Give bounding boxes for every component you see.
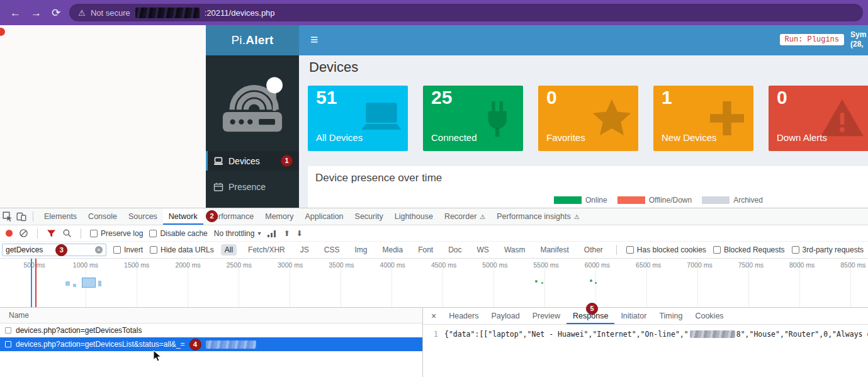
filter-icon[interactable] (47, 229, 56, 238)
clear-filter-icon[interactable]: × (95, 246, 103, 254)
request-list-header[interactable]: Name (0, 308, 422, 324)
not-secure-label: Not secure (91, 8, 130, 18)
devtools-tab-sources[interactable]: Sources (123, 208, 163, 225)
stat-value: 0 (777, 87, 787, 108)
logo-text-light: Pi. (231, 33, 245, 47)
checkbox-icon (90, 230, 98, 237)
devtools-tab-memory[interactable]: Memory (259, 208, 299, 225)
stat-box-all-devices[interactable]: 51 All Devices (308, 86, 408, 151)
forward-icon[interactable]: → (31, 8, 42, 18)
tab-label: Recorder (444, 212, 476, 221)
request-row-selected[interactable]: devices.php?action=getDevicesList&status… (0, 337, 422, 351)
devtools-tab-elements[interactable]: Elements (38, 208, 82, 225)
third-party-requests-checkbox[interactable]: 3rd-party requests (792, 245, 864, 254)
hide-data-urls-checkbox[interactable]: Hide data URLs (150, 245, 214, 254)
response-body-line[interactable]: 1 {"data":[["laptop","Net - Huawei","Int… (423, 325, 868, 339)
detail-tab-initiator[interactable]: Initiator (614, 308, 653, 324)
stat-label: Connected (431, 132, 477, 143)
timeline-label: 500 ms (9, 261, 60, 269)
request-row[interactable]: devices.php?action=getDevicesTotals (0, 324, 422, 337)
detail-tab-cookies[interactable]: Cookies (689, 308, 730, 324)
type-filter-font[interactable]: Font (414, 244, 437, 256)
devtools-tab-console[interactable]: Console (82, 208, 123, 225)
address-bar[interactable]: ⚠ Not secure :20211/devices.php (69, 4, 863, 21)
network-conditions-icon[interactable] (267, 229, 277, 238)
waterfall-activity-mark (590, 279, 592, 282)
run-plugins-button[interactable]: Run: Plugins (780, 34, 844, 45)
filter-input[interactable]: getDevices 3 × (2, 244, 106, 256)
stat-value: 51 (316, 87, 337, 108)
sidebar-item-devices[interactable]: Devices 1 (206, 151, 299, 171)
annotation-badge-4: 4 (189, 339, 201, 351)
network-overview-timeline[interactable]: 500 ms 1000 ms 1500 ms 2000 ms 2500 ms 3… (0, 259, 868, 308)
has-blocked-cookies-checkbox[interactable]: Has blocked cookies (626, 245, 706, 254)
detail-tab-payload[interactable]: Payload (485, 308, 526, 324)
tab-label: Preview (533, 312, 560, 320)
record-button[interactable] (6, 230, 13, 237)
sidebar-item-presence[interactable]: Presence (206, 177, 299, 196)
disable-cache-checkbox[interactable]: Disable cache (149, 229, 207, 238)
back-icon[interactable]: ← (10, 8, 21, 18)
detail-tab-preview[interactable]: Preview (526, 308, 566, 324)
devtools-tab-application[interactable]: Application (299, 208, 349, 225)
legend-label: Archived (733, 196, 763, 205)
stat-box-connected[interactable]: 25 Connected (423, 86, 523, 151)
devtools-tab-recorder[interactable]: Recorder⚠ (439, 208, 491, 225)
devtools-tab-network[interactable]: Network (163, 208, 203, 225)
url-path: :20211/devices.php (205, 8, 275, 18)
hamburger-icon[interactable]: ≡ (310, 32, 318, 47)
timeline-label: 1000 ms (60, 261, 111, 269)
legend-label: Online (585, 196, 607, 205)
devtools-tab-lighthouse[interactable]: Lighthouse (389, 208, 439, 225)
tab-label: Sources (128, 212, 157, 221)
network-toolbar: Preserve log Disable cache No throttling… (0, 225, 868, 242)
device-toolbar-icon[interactable] (16, 211, 26, 222)
blocked-requests-checkbox[interactable]: Blocked Requests (713, 245, 785, 254)
tab-label: Security (355, 212, 383, 221)
stat-box-down-alerts[interactable]: 0 Down Alerts (769, 86, 868, 151)
checkbox-icon (113, 246, 121, 254)
type-filter-doc[interactable]: Doc (444, 244, 465, 256)
export-har-icon[interactable]: ⬇ (296, 229, 303, 238)
type-filter-manifest[interactable]: Manifest (536, 244, 572, 256)
type-filter-css[interactable]: CSS (320, 244, 344, 256)
waterfall-activity-mark (98, 281, 101, 286)
app-logo[interactable]: Pi.Alert (206, 25, 299, 55)
request-name: devices.php?action=getDevicesTotals (16, 326, 142, 335)
type-filter-img[interactable]: Img (351, 244, 371, 256)
clear-icon[interactable] (19, 228, 28, 238)
invert-checkbox[interactable]: Invert (113, 245, 143, 254)
stat-box-favorites[interactable]: 0 Favorites (538, 86, 638, 151)
annotation-badge-2: 2 (206, 210, 218, 222)
type-filter-all[interactable]: All (221, 244, 237, 256)
devtools-tab-security[interactable]: Security (349, 208, 389, 225)
preserve-log-checkbox[interactable]: Preserve log (90, 229, 143, 238)
experiment-warning-icon: ⚠ (574, 213, 580, 220)
throttling-dropdown[interactable]: No throttling▾ (214, 229, 261, 238)
detail-tab-timing[interactable]: Timing (653, 308, 689, 324)
import-har-icon[interactable]: ⬆ (283, 229, 290, 238)
page-title: Devices (309, 59, 358, 76)
detail-tab-headers[interactable]: Headers (442, 308, 485, 324)
type-filter-other[interactable]: Other (580, 244, 607, 256)
inspect-element-icon[interactable] (3, 211, 13, 222)
close-icon[interactable]: × (423, 308, 442, 324)
annotation-badge-3: 3 (55, 244, 67, 256)
network-filter-row: getDevices 3 × Invert Hide data URLs All… (0, 242, 868, 259)
type-filter-ws[interactable]: WS (473, 244, 493, 256)
mouse-cursor (153, 350, 162, 363)
tab-label: Initiator (621, 312, 646, 320)
type-filter-js[interactable]: JS (296, 244, 313, 256)
throttling-value: No throttling (214, 229, 255, 238)
search-icon[interactable] (62, 228, 72, 238)
type-filter-wasm[interactable]: Wasm (500, 244, 529, 256)
type-filter-media[interactable]: Media (378, 244, 407, 256)
type-filter-fetch-xhr[interactable]: Fetch/XHR (244, 244, 289, 256)
devtools-tab-performance-insights[interactable]: Performance insights⚠ (491, 208, 585, 225)
checkbox-icon (792, 246, 799, 254)
sidebar-item-label: Presence (228, 182, 266, 192)
reload-icon[interactable]: ⟳ (52, 8, 60, 18)
user-label[interactable]: Sym (28, (850, 30, 868, 49)
stat-box-new-devices[interactable]: 1 New Devices (653, 86, 753, 151)
column-name: Name (9, 311, 29, 320)
